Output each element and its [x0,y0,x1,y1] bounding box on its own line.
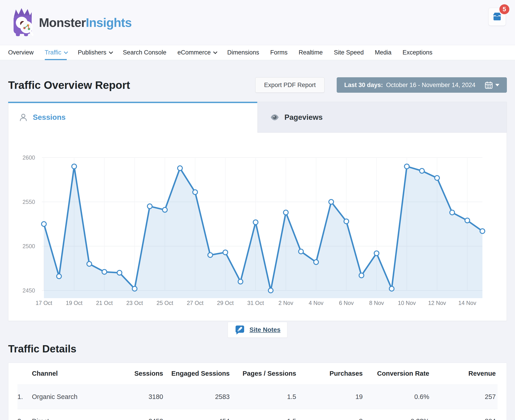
date-range-button[interactable]: Last 30 days: October 16 - November 14, … [337,77,507,93]
chevron-down-icon [495,84,500,86]
data-point[interactable] [132,286,137,291]
x-axis-tick-label: 19 Oct [66,300,83,306]
y-axis-tick-label: 2500 [23,243,35,249]
data-point[interactable] [238,279,243,284]
data-point[interactable] [480,229,485,233]
traffic-details-title: Traffic Details [8,343,507,355]
nav-item-media[interactable]: Media [375,45,392,60]
nav-item-ecommerce[interactable]: eCommerce [177,45,216,60]
table-row: 1.Organic Search318025831.5190.6%257 [17,384,498,409]
nav-item-exceptions[interactable]: Exceptions [403,45,432,60]
data-point[interactable] [420,168,424,173]
head-actions: Export PDF Report Last 30 days: October … [255,77,507,93]
main-nav: OverviewTrafficPublishersSearch Consolee… [0,45,515,60]
data-point[interactable] [465,218,470,223]
data-point[interactable] [117,270,122,275]
export-pdf-button[interactable]: Export PDF Report [255,77,324,93]
x-axis-tick-label: 6 Nov [339,300,354,306]
nav-item-label: Overview [8,49,34,56]
cell-engaged-sessions: 454 [165,409,231,420]
calendar-icon [485,81,492,89]
nav-item-forms[interactable]: Forms [270,45,288,60]
data-point[interactable] [87,262,92,266]
data-point[interactable] [435,176,439,180]
nav-item-search-console[interactable]: Search Console [123,45,166,60]
site-notes-button[interactable]: Site Notes [228,322,288,338]
data-point[interactable] [404,164,409,169]
nav-item-publishers[interactable]: Publishers [78,45,112,60]
x-axis-tick-label: 25 Oct [157,300,173,306]
site-notes-pencil-icon [235,325,245,335]
cell-sessions: 3180 [99,384,165,409]
data-point[interactable] [162,208,167,212]
y-axis-tick-label: 2450 [23,287,35,294]
nav-item-dimensions[interactable]: Dimensions [227,45,259,60]
nav-item-label: Dimensions [227,49,259,56]
date-range-value: October 16 - November 14, 2024 [386,82,475,89]
x-axis-tick-label: 14 Nov [458,300,477,306]
column-header-rank [17,363,32,384]
data-point[interactable] [329,200,334,204]
monsterinsights-logo-icon [9,8,36,38]
data-point[interactable] [253,220,258,225]
data-point[interactable] [193,190,198,195]
data-point[interactable] [102,270,107,274]
cell-conversion-rate: 0.33% [365,409,431,420]
data-point[interactable] [208,253,213,257]
nav-item-label: eCommerce [177,49,211,56]
nav-item-overview[interactable]: Overview [8,45,34,60]
logo-text: MonsterInsights [39,15,132,30]
sessions-chart: 260025502500245017 Oct19 Oct21 Oct23 Oct… [8,133,507,315]
data-point[interactable] [299,249,303,254]
tab-sessions[interactable]: Sessions [8,102,258,133]
x-axis-tick-label: 17 Oct [36,300,52,306]
nav-item-label: Exceptions [403,49,432,56]
cell-revenue: 804 [431,409,498,420]
tab-pageviews[interactable]: Pageviews [258,102,507,133]
y-axis-tick-label: 2600 [23,154,35,161]
cell-channel: Direct [32,409,99,420]
cell-conversion-rate: 0.6% [365,384,431,409]
data-point[interactable] [178,166,182,171]
app-header: MonsterInsights 5 [0,0,515,45]
cell-engaged-sessions: 2583 [165,384,231,409]
column-header-pages-sessions: Pages / Sessions [231,363,298,384]
data-point[interactable] [284,210,288,215]
nav-item-traffic[interactable]: Traffic [45,45,67,60]
nav-item-realtime[interactable]: Realtime [299,45,323,60]
data-point[interactable] [42,222,46,226]
x-axis-tick-label: 4 Nov [309,300,323,306]
nav-item-label: Media [375,49,392,56]
data-point[interactable] [147,204,152,209]
cell-pages-per-session: 1.5 [231,384,298,409]
y-axis-tick-label: 2550 [23,199,35,205]
data-point[interactable] [314,260,318,264]
notifications-button[interactable]: 5 [488,8,506,26]
cell-sessions: 2453 [99,409,165,420]
data-point[interactable] [359,273,364,278]
x-axis-tick-label: 8 Nov [369,300,384,306]
tab-sessions-label: Sessions [33,113,66,122]
x-axis-tick-label: 27 Oct [187,300,203,306]
data-point[interactable] [450,210,454,215]
chevron-down-icon [109,50,113,54]
date-range-label: Last 30 days: [344,82,383,89]
row-rank: 1. [17,384,32,409]
data-point[interactable] [344,219,349,224]
column-header-purchases: Purchases [298,363,365,384]
nav-item-site-speed[interactable]: Site Speed [334,45,364,60]
data-point[interactable] [389,286,394,291]
data-point[interactable] [268,288,273,293]
nav-item-label: Site Speed [334,49,364,56]
traffic-details-card: ChannelSessionsEngaged SessionsPages / S… [8,363,507,420]
nav-item-label: Forms [270,49,288,56]
data-point[interactable] [72,164,77,169]
chevron-down-icon [213,50,217,54]
data-point[interactable] [223,250,228,255]
x-axis-tick-label: 29 Oct [217,300,234,306]
data-point[interactable] [374,251,379,256]
x-axis-tick-label: 23 Oct [126,300,143,306]
calendar-group [485,81,500,89]
eye-icon [270,112,279,122]
data-point[interactable] [57,274,61,279]
